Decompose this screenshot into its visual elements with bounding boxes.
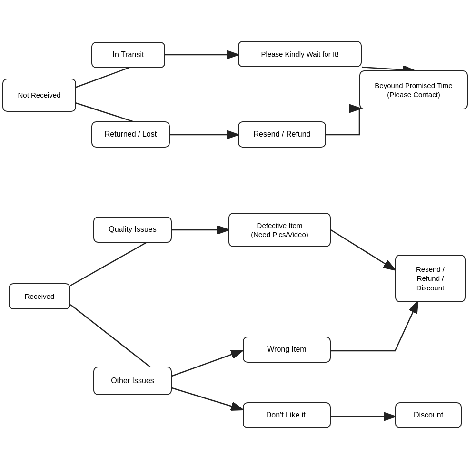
resend-refund-top-node: Resend / Refund bbox=[238, 121, 326, 148]
please-wait-node: Please Kindly Wait for It! bbox=[238, 41, 362, 67]
flowchart: Not Received In Transit Please Kindly Wa… bbox=[0, 0, 476, 476]
returned-lost-node: Returned / Lost bbox=[91, 121, 170, 148]
quality-issues-node: Quality Issues bbox=[93, 217, 172, 243]
discount-node: Discount bbox=[395, 402, 462, 428]
svg-line-9 bbox=[70, 305, 162, 376]
other-issues-node: Other Issues bbox=[93, 367, 172, 395]
wrong-item-node: Wrong Item bbox=[243, 337, 331, 363]
svg-line-3 bbox=[362, 67, 413, 70]
svg-line-8 bbox=[331, 230, 394, 269]
svg-line-10 bbox=[172, 351, 242, 376]
received-node: Received bbox=[9, 283, 70, 309]
in-transit-node: In Transit bbox=[91, 42, 165, 68]
dont-like-node: Don't Like it. bbox=[243, 402, 331, 428]
beyond-promised-node: Beyound Promised Time (Please Contact) bbox=[359, 70, 468, 109]
resend-refund-discount-node: Resend /Refund /Discount bbox=[395, 255, 466, 302]
not-received-node: Not Received bbox=[2, 79, 76, 112]
defective-item-node: Defective Item(Need Pics/Video) bbox=[228, 213, 331, 247]
svg-line-11 bbox=[172, 388, 242, 409]
